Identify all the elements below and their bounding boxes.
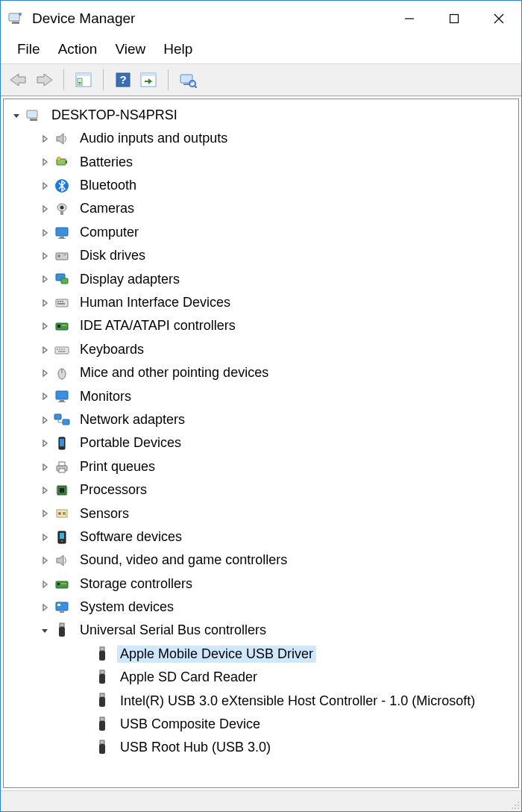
forward-button[interactable] [34, 69, 54, 90]
svg-rect-122 [100, 717, 104, 721]
show-hide-console-button[interactable] [73, 69, 94, 90]
tree-category-batteries[interactable]: Batteries [7, 151, 515, 174]
svg-point-3 [19, 13, 22, 16]
tree-category-display[interactable]: Display adapters [7, 268, 515, 291]
tree-category-bluetooth[interactable]: Bluetooth [7, 174, 515, 197]
svg-rect-64 [61, 349, 63, 350]
help-button[interactable]: ? [113, 69, 133, 90]
svg-rect-20 [183, 84, 189, 85]
tree-category-keyboards[interactable]: Keyboards [7, 338, 515, 361]
chevron-right-icon[interactable] [38, 343, 51, 357]
maximize-button[interactable] [432, 1, 477, 37]
chevron-right-icon[interactable] [38, 366, 51, 380]
chevron-right-icon[interactable] [38, 179, 51, 193]
tree-category-monitors[interactable]: Monitors [7, 385, 515, 408]
svg-marker-99 [43, 534, 47, 540]
tree-usb-child-apple-sd[interactable]: Apple SD Card Reader [7, 666, 515, 689]
tree-view[interactable]: DESKTOP-NS4PRSI Audio inputs and outputs… [3, 99, 519, 788]
tree-item-label: Sensors [77, 505, 132, 523]
tree-category-computer[interactable]: Computer [7, 221, 515, 244]
chevron-right-icon[interactable] [38, 413, 51, 427]
tree-usb-child-root-hub[interactable]: USB Root Hub (USB 3.0) [7, 737, 515, 760]
tree-category-system[interactable]: System devices [7, 596, 515, 619]
chevron-right-icon[interactable] [38, 132, 51, 146]
svg-marker-56 [43, 323, 47, 329]
battery-icon [53, 153, 71, 171]
scan-hardware-button[interactable] [138, 69, 159, 90]
svg-rect-1 [10, 15, 18, 19]
chevron-right-icon[interactable] [38, 578, 51, 591]
tree-category-disk[interactable]: Disk drives [7, 244, 515, 267]
svg-marker-43 [43, 253, 47, 259]
toolbar-separator [168, 69, 169, 90]
chevron-right-icon[interactable] [38, 202, 51, 216]
tree-root[interactable]: DESKTOP-NS4PRSI [7, 104, 515, 127]
network-icon [53, 411, 71, 429]
tree-category-usb[interactable]: Universal Serial Bus controllers [7, 619, 515, 643]
chevron-right-icon[interactable] [38, 601, 51, 614]
tree-usb-child-composite[interactable]: USB Composite Device [7, 713, 515, 736]
chevron-right-icon[interactable] [38, 226, 51, 240]
svg-rect-120 [100, 693, 104, 697]
chevron-down-icon[interactable] [10, 109, 23, 122]
svg-rect-125 [99, 744, 105, 754]
tree-category-mice[interactable]: Mice and other pointing devices [7, 361, 515, 384]
svg-rect-101 [60, 533, 64, 539]
tree-usb-child-apple-mobile[interactable]: Apple Mobile Device USB Driver [7, 643, 515, 666]
tree-category-network[interactable]: Network adapters [7, 408, 515, 431]
svg-marker-104 [57, 555, 63, 566]
tree-item-label: IDE ATA/ATAPI controllers [77, 317, 239, 335]
menu-view[interactable]: View [110, 38, 159, 60]
tree-usb-child-intel[interactable]: Intel(R) USB 3.0 eXtensible Host Control… [7, 690, 515, 713]
tree-category-software[interactable]: Software devices [7, 525, 515, 549]
minimize-button[interactable] [387, 1, 432, 37]
menu-file[interactable]: File [13, 38, 54, 60]
properties-button[interactable] [177, 69, 198, 90]
svg-rect-112 [60, 611, 64, 613]
window-controls [387, 1, 521, 37]
svg-rect-123 [99, 721, 105, 731]
resize-grip-icon[interactable] [506, 791, 521, 811]
chevron-right-icon[interactable] [38, 554, 51, 567]
svg-rect-63 [59, 349, 60, 350]
svg-point-131 [518, 808, 519, 809]
svg-point-97 [58, 512, 61, 515]
svg-rect-41 [60, 237, 64, 238]
menu-action[interactable]: Action [54, 38, 111, 60]
svg-marker-70 [43, 393, 47, 399]
chevron-right-icon[interactable] [38, 319, 51, 333]
content-area: DESKTOP-NS4PRSI Audio inputs and outputs… [1, 96, 521, 811]
svg-rect-72 [60, 400, 64, 402]
chevron-right-icon[interactable] [38, 272, 51, 286]
chevron-right-icon[interactable] [38, 155, 51, 169]
chevron-right-icon[interactable] [38, 460, 51, 474]
tree-category-processors[interactable]: Processors [7, 478, 515, 502]
tree-category-sound[interactable]: Sound, video and game controllers [7, 549, 515, 572]
tree-category-sensors[interactable]: Sensors [7, 502, 515, 525]
menubar: File Action View Help [1, 37, 521, 63]
menu-help[interactable]: Help [159, 38, 206, 60]
chevron-right-icon[interactable] [38, 437, 51, 450]
svg-point-37 [60, 206, 64, 210]
chevron-right-icon[interactable] [38, 249, 51, 263]
tree-category-audio[interactable]: Audio inputs and outputs [7, 127, 515, 150]
tree-category-cameras[interactable]: Cameras [7, 198, 515, 221]
chevron-right-icon[interactable] [38, 390, 51, 403]
chevron-right-icon[interactable] [38, 484, 51, 497]
tree-category-ide[interactable]: IDE ATA/ATAPI controllers [7, 315, 515, 338]
svg-rect-71 [56, 391, 68, 399]
chevron-down-icon[interactable] [38, 624, 51, 637]
chevron-right-icon[interactable] [38, 531, 51, 544]
tree-item-label: Storage controllers [77, 575, 195, 593]
tree-item-label: Processors [77, 481, 150, 499]
bluetooth-icon [53, 177, 71, 195]
tree-category-printq[interactable]: Print queues [7, 455, 515, 478]
back-button[interactable] [8, 69, 29, 90]
chevron-right-icon[interactable] [38, 296, 51, 310]
chevron-right-icon[interactable] [38, 507, 51, 520]
tree-category-hid[interactable]: Human Interface Devices [7, 291, 515, 314]
tree-category-portable[interactable]: Portable Devices [7, 431, 515, 455]
close-button[interactable] [477, 1, 521, 37]
tree-category-storage[interactable]: Storage controllers [7, 572, 515, 596]
disk-icon [53, 247, 71, 265]
